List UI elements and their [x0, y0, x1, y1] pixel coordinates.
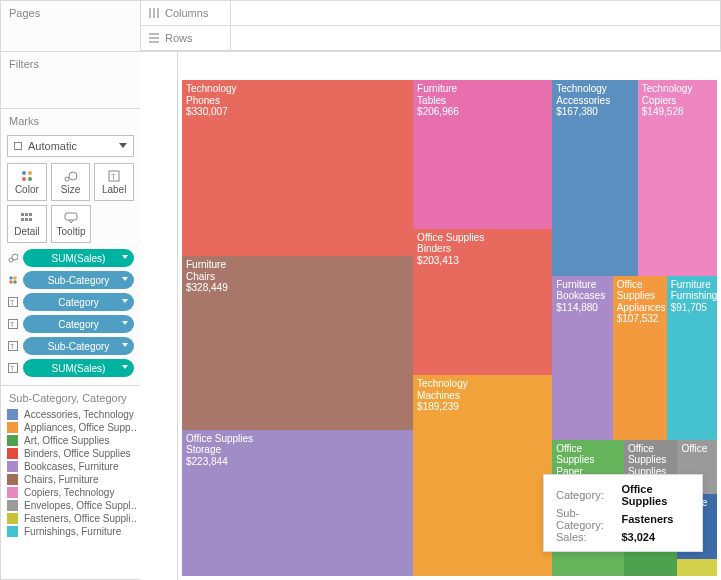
legend-item-label: Chairs, Furniture: [24, 474, 98, 485]
pill-sum-sales-[interactable]: SUM(Sales): [23, 359, 134, 377]
tile-category: Office Supplies: [556, 443, 620, 466]
tooltip-subcategory-label: Sub-Category:: [554, 507, 619, 531]
chevron-down-icon: [122, 299, 128, 303]
legend-item[interactable]: Envelopes, Office Suppl…: [7, 499, 136, 512]
tile-category: Office Supplies: [417, 232, 548, 244]
rows-shelf-label: Rows: [165, 32, 193, 44]
treemap-tile[interactable]: FurnitureFurnishings$91,705: [667, 276, 717, 440]
svg-rect-34: [149, 41, 159, 43]
color-legend-list[interactable]: Accessories, TechnologyAppliances, Offic…: [1, 408, 140, 579]
tile-value: $330,007: [186, 106, 409, 118]
treemap-tile[interactable]: TechnologyAccessories$167,380: [552, 80, 638, 276]
svg-text:T: T: [10, 365, 15, 372]
tooltip-icon: [64, 212, 78, 224]
tile-category: Office Supplies: [628, 443, 674, 466]
tile-subcategory: Tables: [417, 95, 548, 107]
tile-value: $223,844: [186, 456, 409, 468]
legend-swatch: [7, 461, 18, 472]
treemap-tile[interactable]: Office SuppliesAppliances$107,532: [613, 276, 667, 440]
filters-shelf-title: Filters: [1, 52, 140, 76]
chevron-down-icon: [122, 277, 128, 281]
columns-shelf-label: Columns: [165, 7, 208, 19]
treemap-tile[interactable]: TechnologyCopiers$149,528: [638, 80, 717, 276]
treemap-tile[interactable]: TechnologyPhones$330,007: [182, 80, 413, 256]
pill-category[interactable]: Category: [23, 315, 134, 333]
tile-subcategory: Chairs: [186, 271, 409, 283]
marks-tooltip-label: Tooltip: [57, 226, 86, 237]
legend-item-label: Copiers, Technology: [24, 487, 114, 498]
tile-category: Office: [681, 443, 713, 455]
treemap-tile[interactable]: TechnologyMachines$189,239: [413, 375, 552, 576]
legend-swatch: [7, 448, 18, 459]
tile-value: $149,528: [642, 106, 713, 118]
legend-swatch: [7, 513, 18, 524]
legend-item-label: Binders, Office Supplies: [24, 448, 131, 459]
mark-type-dropdown[interactable]: Automatic: [7, 135, 134, 157]
marks-detail-button[interactable]: Detail: [7, 205, 47, 243]
legend-item[interactable]: Appliances, Office Supp…: [7, 421, 136, 434]
label-icon: T: [7, 340, 19, 352]
legend-item[interactable]: Copiers, Technology: [7, 486, 136, 499]
legend-item[interactable]: Bookcases, Furniture: [7, 460, 136, 473]
color-legend: Sub-Category, Category Accessories, Tech…: [0, 385, 141, 580]
columns-shelf[interactable]: Columns: [140, 0, 721, 26]
svg-point-2: [22, 177, 26, 181]
pages-shelf[interactable]: Pages: [0, 0, 141, 52]
marks-label-label: Label: [102, 184, 126, 195]
tile-value: $203,413: [417, 255, 548, 267]
svg-rect-8: [21, 213, 24, 216]
marks-tooltip-button[interactable]: Tooltip: [51, 205, 91, 243]
legend-item-label: Appliances, Office Supp…: [24, 422, 136, 433]
chevron-down-icon: [122, 321, 128, 325]
legend-item[interactable]: Chairs, Furniture: [7, 473, 136, 486]
rows-shelf[interactable]: Rows: [140, 25, 721, 51]
marks-color-label: Color: [15, 184, 39, 195]
tile-category: Technology: [417, 378, 548, 390]
svg-rect-10: [29, 213, 32, 216]
label-icon: T: [7, 318, 19, 330]
legend-swatch: [7, 526, 18, 537]
svg-rect-13: [29, 218, 32, 221]
tile-value: $206,966: [417, 106, 548, 118]
svg-point-0: [22, 171, 26, 175]
treemap-tile[interactable]: FurnitureChairs$328,449: [182, 256, 413, 430]
treemap-tile[interactable]: FurnitureBookcases$114,880: [552, 276, 612, 440]
legend-item[interactable]: Furnishings, Furniture: [7, 525, 136, 538]
filters-shelf[interactable]: Filters: [0, 51, 141, 109]
pill-sum-sales-[interactable]: SUM(Sales): [23, 249, 134, 267]
tile-value: $114,880: [556, 302, 608, 314]
legend-item[interactable]: Fasteners, Office Suppli…: [7, 512, 136, 525]
marks-size-button[interactable]: Size: [51, 163, 91, 201]
pill-label: Category: [58, 319, 99, 330]
marks-color-button[interactable]: Color: [7, 163, 47, 201]
tile-value: $167,380: [556, 106, 634, 118]
pill-sub-category[interactable]: Sub-Category: [23, 271, 134, 289]
tile-category: Furniture: [186, 259, 409, 271]
legend-item[interactable]: Art, Office Supplies: [7, 434, 136, 447]
svg-rect-9: [25, 213, 28, 216]
size-icon: [7, 252, 19, 264]
pill-sub-category[interactable]: Sub-Category: [23, 337, 134, 355]
treemap-tile[interactable]: [677, 559, 717, 576]
tile-category: Technology: [556, 83, 634, 95]
svg-point-1: [28, 171, 32, 175]
tile-subcategory: Appliances: [617, 302, 663, 314]
tooltip-category-value: Office Supplies: [619, 483, 692, 507]
tile-subcategory: Accessories: [556, 95, 634, 107]
svg-point-3: [28, 177, 32, 181]
treemap-tile[interactable]: FurnitureTables$206,966: [413, 80, 552, 229]
treemap-tile[interactable]: Office SuppliesStorage$223,844: [182, 430, 413, 576]
svg-text:T: T: [10, 343, 15, 350]
pill-category[interactable]: Category: [23, 293, 134, 311]
tile-subcategory: Furnishings: [671, 290, 713, 302]
marks-label-button[interactable]: T Label: [94, 163, 134, 201]
legend-item[interactable]: Accessories, Technology: [7, 408, 136, 421]
tile-category: Technology: [642, 83, 713, 95]
svg-rect-29: [149, 8, 151, 18]
pill-label: Sub-Category: [48, 341, 110, 352]
legend-swatch: [7, 474, 18, 485]
treemap-tile[interactable]: Office SuppliesBinders$203,413: [413, 229, 552, 375]
svg-text:T: T: [111, 172, 116, 181]
legend-item[interactable]: Binders, Office Supplies: [7, 447, 136, 460]
tile-subcategory: Copiers: [642, 95, 713, 107]
